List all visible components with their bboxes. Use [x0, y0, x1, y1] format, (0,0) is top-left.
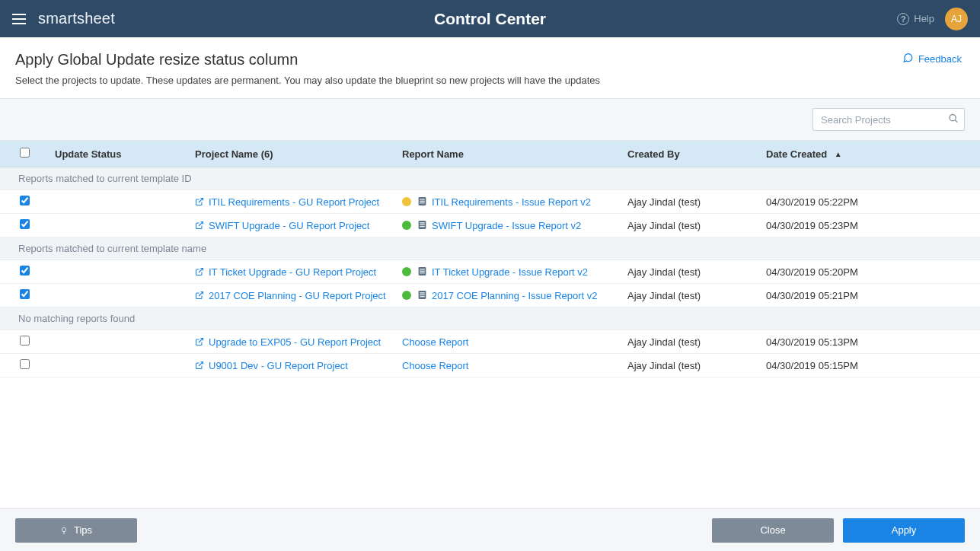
table-row: U9001 Dev - GU Report ProjectChoose Repo…: [0, 354, 980, 377]
menu-icon[interactable]: [12, 11, 27, 27]
external-link-icon[interactable]: [195, 361, 204, 370]
svg-line-2: [199, 198, 203, 202]
close-button[interactable]: Close: [712, 518, 834, 543]
cell-report-name: Choose Report: [396, 330, 621, 354]
feedback-link[interactable]: Feedback: [902, 53, 962, 65]
status-dot-icon: [402, 197, 411, 206]
report-link[interactable]: 2017 COE Planning - Issue Report v2: [432, 290, 598, 301]
cell-created-by: Ajay Jindal (test): [621, 354, 760, 377]
cell-project-name: ITIL Requirements - GU Report Project: [189, 190, 396, 214]
report-icon: [417, 266, 427, 277]
table-row: 2017 COE Planning - GU Report Project201…: [0, 284, 980, 307]
avatar[interactable]: AJ: [945, 8, 968, 30]
svg-line-12: [199, 268, 203, 272]
external-link-icon[interactable]: [195, 197, 204, 206]
cell-update-status: [49, 354, 189, 377]
report-icon: [417, 196, 427, 207]
tips-button[interactable]: Tips: [15, 518, 137, 543]
cell-date-created: 04/30/2019 05:20PM: [760, 260, 980, 284]
lightbulb-icon: [60, 525, 68, 536]
cell-report-name: IT Ticket Upgrade - Issue Report v2: [396, 260, 621, 284]
cell-project-name: SWIFT Upgrade - GU Report Project: [189, 214, 396, 237]
external-link-icon[interactable]: [195, 221, 204, 230]
svg-line-23: [199, 361, 203, 366]
col-update-status[interactable]: Update Status: [49, 141, 189, 167]
row-checkbox[interactable]: [20, 219, 30, 229]
svg-rect-6: [420, 202, 425, 203]
svg-rect-19: [420, 292, 425, 293]
project-link[interactable]: Upgrade to EXP05 - GU Report Project: [209, 336, 381, 348]
choose-report-link[interactable]: Choose Report: [402, 360, 468, 371]
cell-project-name: U9001 Dev - GU Report Project: [189, 354, 396, 377]
help-link[interactable]: ? Help: [897, 13, 934, 25]
table-row: ITIL Requirements - GU Report ProjectITI…: [0, 190, 980, 214]
svg-rect-9: [420, 222, 425, 223]
svg-line-22: [199, 338, 203, 342]
status-dot-icon: [402, 291, 411, 300]
status-dot-icon: [402, 267, 411, 276]
col-report-name[interactable]: Report Name: [396, 141, 621, 167]
external-link-icon[interactable]: [195, 337, 204, 346]
external-link-icon[interactable]: [195, 291, 204, 300]
group-header: No matching reports found: [0, 307, 980, 330]
page-subtitle: Select the projects to update. These upd…: [15, 75, 965, 86]
select-all-checkbox[interactable]: [20, 148, 30, 158]
row-checkbox[interactable]: [20, 266, 30, 276]
row-checkbox[interactable]: [20, 289, 30, 299]
project-link[interactable]: ITIL Requirements - GU Report Project: [209, 196, 379, 208]
col-project-name[interactable]: Project Name (6): [189, 141, 396, 167]
project-link[interactable]: U9001 Dev - GU Report Project: [209, 360, 348, 371]
cell-update-status: [49, 190, 189, 214]
cell-date-created: 04/30/2019 05:13PM: [760, 330, 980, 354]
svg-rect-21: [420, 296, 425, 297]
svg-rect-11: [420, 226, 425, 227]
svg-line-7: [199, 221, 203, 226]
report-link[interactable]: SWIFT Upgrade - Issue Report v2: [432, 220, 581, 231]
svg-rect-14: [420, 269, 425, 269]
cell-created-by: Ajay Jindal (test): [621, 260, 760, 284]
choose-report-link[interactable]: Choose Report: [402, 336, 468, 348]
row-checkbox[interactable]: [20, 359, 30, 369]
search-box: [812, 108, 965, 131]
cell-report-name: Choose Report: [396, 354, 621, 377]
search-row: [0, 99, 980, 141]
svg-rect-4: [420, 199, 425, 199]
svg-rect-15: [420, 271, 425, 272]
help-icon: ?: [897, 13, 909, 25]
cell-project-name: IT Ticket Upgrade - GU Report Project: [189, 260, 396, 284]
report-link[interactable]: IT Ticket Upgrade - Issue Report v2: [432, 266, 588, 278]
project-link[interactable]: IT Ticket Upgrade - GU Report Project: [209, 266, 376, 278]
help-label: Help: [914, 13, 934, 24]
cell-created-by: Ajay Jindal (test): [621, 190, 760, 214]
cell-date-created: 04/30/2019 05:22PM: [760, 190, 980, 214]
footer: Tips Close Apply: [0, 508, 980, 551]
cell-report-name: SWIFT Upgrade - Issue Report v2: [396, 214, 621, 237]
svg-rect-20: [420, 295, 425, 295]
cell-update-status: [49, 284, 189, 307]
row-checkbox[interactable]: [20, 336, 30, 346]
feedback-icon: [902, 53, 914, 65]
row-checkbox[interactable]: [20, 196, 30, 205]
report-link[interactable]: ITIL Requirements - Issue Report v2: [432, 196, 591, 208]
apply-button[interactable]: Apply: [843, 518, 965, 543]
cell-update-status: [49, 260, 189, 284]
app-title: Control Center: [434, 10, 546, 28]
topbar: smartsheet Control Center ? Help AJ: [0, 0, 980, 37]
group-header: Reports matched to current template name: [0, 237, 980, 260]
cell-created-by: Ajay Jindal (test): [621, 214, 760, 237]
svg-rect-10: [420, 225, 425, 225]
external-link-icon[interactable]: [195, 267, 204, 276]
page-title: Apply Global Update resize status column: [15, 51, 965, 68]
project-link[interactable]: SWIFT Upgrade - GU Report Project: [209, 220, 369, 231]
project-link[interactable]: 2017 COE Planning - GU Report Project: [209, 290, 386, 301]
report-icon: [417, 219, 427, 231]
report-icon: [417, 289, 427, 301]
cell-update-status: [49, 214, 189, 237]
svg-line-17: [199, 291, 203, 296]
search-input[interactable]: [812, 108, 965, 131]
cell-date-created: 04/30/2019 05:15PM: [760, 354, 980, 377]
col-created-by[interactable]: Created By: [621, 141, 760, 167]
col-date-created[interactable]: Date Created ▲: [760, 141, 980, 167]
cell-created-by: Ajay Jindal (test): [621, 330, 760, 354]
table-row: Upgrade to EXP05 - GU Report ProjectChoo…: [0, 330, 980, 354]
